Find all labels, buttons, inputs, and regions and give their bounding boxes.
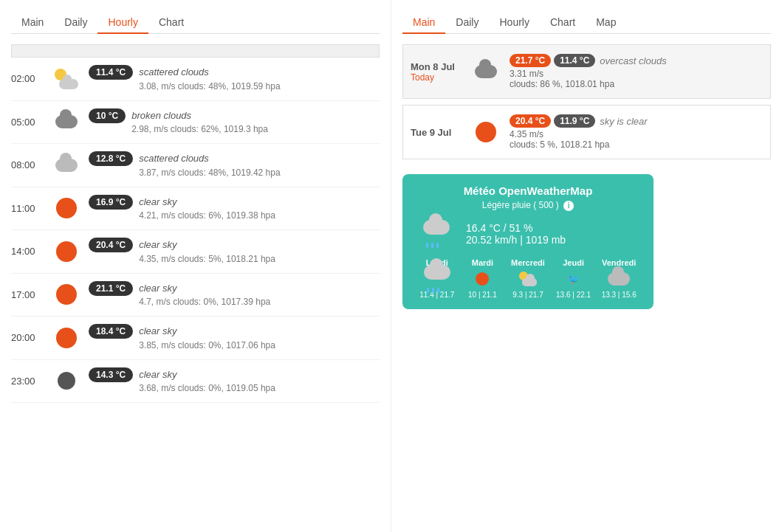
sun-icon [56,284,77,305]
weather-icon-cell [52,159,81,172]
date-header [11,44,380,58]
forecast-list: Mon 8 Jul Today 21.7 °C 11.4 °C overcast… [402,44,771,159]
details: 4.35, m/s clouds: 5%, 1018.21 hpa [139,252,380,266]
cloud-icon [608,272,630,286]
description: clear sky [139,238,380,252]
widget-day: Lundi 11.4 | 21.7 [414,258,460,299]
hour-label: 05:00 [11,117,44,128]
dark-cloud-icon [475,65,497,78]
forecast-day: Mon 8 Jul [411,61,462,72]
temp-badge: 12.8 °C [89,151,133,166]
forecast-weather-icon [471,122,501,142]
widget-day-icon: 🐦 [551,269,597,289]
temp-max: 21.7 °C [510,54,551,67]
forecast-date: Tue 9 Jul [411,127,462,138]
weather-desc: clear sky 4.7, m/s clouds: 0%, 1017.39 h… [139,281,380,309]
left-nav: Main Daily Hourly Chart [11,12,380,34]
widget-day: Mercredi 9.3 | 21.7 [505,258,551,299]
weather-main: 21.1 °C clear sky 4.7, m/s clouds: 0%, 1… [89,281,380,309]
right-panel: Main Daily Hourly Chart Map Mon 8 Jul To… [391,0,782,532]
widget-main-info: 16.4 °C / 51 % 20.52 km/h | 1019 mb [414,215,642,252]
weather-desc: clear sky 3.68, m/s clouds: 0%, 1019.05 … [139,367,380,395]
night-icon [58,372,75,390]
temp-badges: 20.4 °C 11.9 °C sky is clear [510,114,763,128]
hour-label: 08:00 [11,159,44,170]
list-item: 05:00 10 °C broken clouds 2.98, m/s clou… [11,101,380,145]
temp-badge: 14.3 °C [89,367,133,382]
temp-min: 11.4 °C [554,54,595,67]
description: scattered clouds [139,151,380,166]
description: broken clouds [131,108,380,123]
tab-main-right[interactable]: Main [402,12,445,34]
tab-hourly-right[interactable]: Hourly [489,12,539,34]
forecast-clouds: clouds: 5 %, 1018.21 hpa [510,139,763,150]
weather-icon-cell [52,372,81,390]
tab-chart-left[interactable]: Chart [148,12,194,34]
forecast-info: 20.4 °C 11.9 °C sky is clear 4.35 m/s cl… [510,114,763,150]
rain-icon [420,220,453,248]
dark-cloud-icon [55,115,78,128]
left-panel: Main Daily Hourly Chart 02:00 11.4 °C sc… [0,0,391,532]
details: 3.85, m/s clouds: 0%, 1017.06 hpa [139,339,380,352]
sun-icon [56,241,77,262]
sun-icon [476,122,496,142]
widget-day-icon [596,269,642,289]
widget-day-label: Jeudi [551,258,597,267]
forecast-weather-icon [471,65,501,78]
widget-day-temps: 9.3 | 21.7 [505,291,551,299]
description: scattered clouds [139,65,380,80]
hour-label: 02:00 [11,73,44,84]
temp-badge: 20.4 °C [89,238,133,252]
temp-badge: 10 °C [89,108,126,123]
widget-subtitle: Légère pluie ( 500 ) i [414,200,642,211]
list-item: 02:00 11.4 °C scattered clouds 3.08, m/s… [11,58,380,101]
hourly-list: 02:00 11.4 °C scattered clouds 3.08, m/s… [11,58,380,403]
details: 2.98, m/s clouds: 62%, 1019.3 hpa [131,122,380,136]
widget-title: Météo OpenWeatherMap [414,184,642,197]
temp-badge: 11.4 °C [89,65,133,80]
info-icon[interactable]: i [563,201,574,211]
widget-day-temps: 13.6 | 22.1 [551,291,597,299]
scatter-cloud-icon [55,69,78,89]
widget-day-label: Mercredi [505,258,551,267]
weather-icon-cell [52,284,81,305]
weather-widget: Météo OpenWeatherMap Légère pluie ( 500 … [402,174,771,309]
description: clear sky [139,195,380,210]
sun-icon [56,198,77,218]
weather-main: 20.4 °C clear sky 4.35, m/s clouds: 5%, … [89,238,380,266]
sun-icon [56,328,77,348]
tab-main-left[interactable]: Main [11,12,54,34]
list-item: 17:00 21.1 °C clear sky 4.7, m/s clouds:… [11,274,380,317]
forecast-info: 21.7 °C 11.4 °C overcast clouds 3.31 m/s… [510,54,763,89]
sun-icon [476,272,489,286]
list-item: 14:00 20.4 °C clear sky 4.35, m/s clouds… [11,230,380,274]
forecast-description: sky is clear [600,116,647,127]
widget-day: Mardi 10 | 21.1 [460,258,506,299]
tab-daily-right[interactable]: Daily [445,12,489,34]
sun-cloud-icon [519,272,537,286]
widget-day-icon [414,269,460,289]
tab-map-right[interactable]: Map [586,12,626,34]
weather-main: 12.8 °C scattered clouds 3.87, m/s cloud… [89,151,380,179]
description: clear sky [139,367,380,382]
tab-chart-right[interactable]: Chart [540,12,586,34]
details: 3.08, m/s clouds: 48%, 1019.59 hpa [139,80,380,93]
tab-hourly-left[interactable]: Hourly [97,12,148,34]
widget-day-temps: 13.3 | 15.6 [596,291,642,299]
rain-icon [421,265,453,293]
list-item: 11:00 16.9 °C clear sky 4.21, m/s clouds… [11,187,380,231]
forecast-description: overcast clouds [600,55,666,66]
list-item: 08:00 12.8 °C scattered clouds 3.87, m/s… [11,144,380,187]
temp-min: 11.9 °C [554,114,595,128]
weather-desc: clear sky 3.85, m/s clouds: 0%, 1017.06 … [139,324,380,352]
widget-day: Jeudi 🐦 13.6 | 22.1 [551,258,597,299]
tab-daily-left[interactable]: Daily [54,12,97,34]
weather-desc: broken clouds 2.98, m/s clouds: 62%, 101… [131,108,380,137]
widget-day: Vendredi 13.3 | 15.6 [596,258,642,299]
details: 4.21, m/s clouds: 6%, 1019.38 hpa [139,209,380,222]
forecast-date: Mon 8 Jul Today [411,61,462,83]
temp-badges: 21.7 °C 11.4 °C overcast clouds [510,54,763,67]
widget-day-label: Vendredi [596,258,642,267]
forecast-wind: 4.35 m/s [510,129,763,139]
weather-icon-cell [52,69,81,89]
